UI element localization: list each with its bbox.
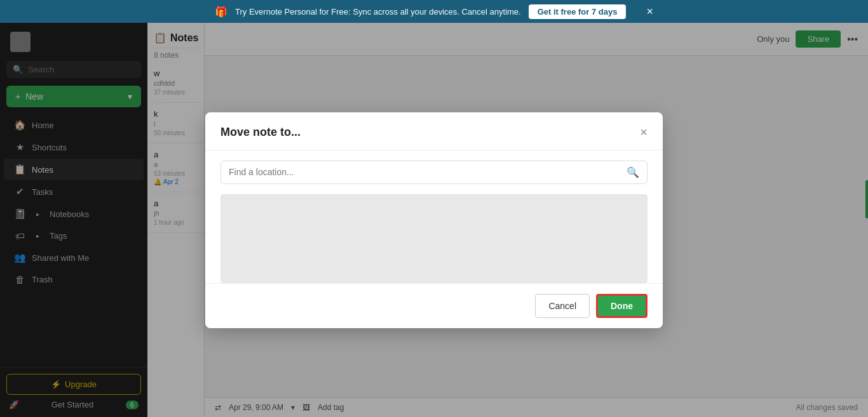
modal-footer: Cancel Done [205, 283, 663, 328]
search-icon: 🔍 [627, 166, 639, 178]
modal-search-bar[interactable]: 🔍 [220, 161, 648, 184]
modal-title: Move note to... [220, 126, 301, 139]
move-note-modal: Move note to... × 🔍 Cancel Done [205, 112, 663, 328]
done-button[interactable]: Done [596, 294, 648, 318]
banner-text: Try Evernote Personal for Free: Sync acr… [235, 7, 521, 17]
modal-search-input[interactable] [229, 167, 620, 177]
modal-header: Move note to... × [205, 112, 663, 150]
banner-close-button[interactable]: × [646, 5, 653, 18]
cancel-button[interactable]: Cancel [535, 294, 590, 318]
gift-icon: 🎁 [215, 6, 227, 18]
banner-cta-button[interactable]: Get it free for 7 days [529, 4, 627, 19]
modal-close-button[interactable]: × [640, 125, 648, 140]
modal-overlay[interactable]: Move note to... × 🔍 Cancel Done [0, 23, 868, 417]
top-banner: 🎁 Try Evernote Personal for Free: Sync a… [0, 0, 868, 23]
modal-location-list [220, 194, 648, 283]
